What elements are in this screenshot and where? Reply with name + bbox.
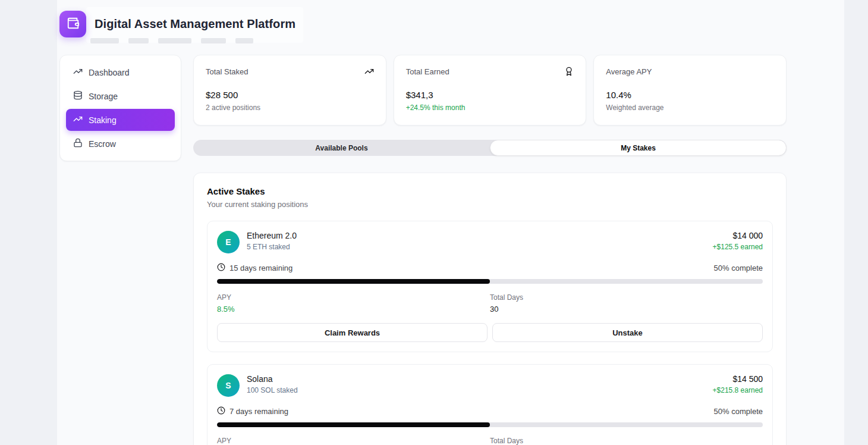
app-root: Digital Asset Management Platform Dashbo…	[0, 0, 868, 445]
main-layout: Dashboard Storage Staking Escrow	[0, 55, 868, 445]
sidebar-item-label: Staking	[89, 115, 117, 125]
total-days-label: Total Days	[490, 437, 763, 445]
stake-amount: 100 SOL staked	[247, 386, 298, 394]
days-remaining: 7 days remaining	[229, 407, 288, 416]
stat-value: 10.4%	[606, 90, 774, 100]
sidebar-item-label: Escrow	[89, 139, 116, 149]
stat-value: $28 500	[206, 90, 374, 100]
clock-icon	[217, 263, 225, 273]
sidebar-item-label: Dashboard	[89, 68, 130, 77]
clock-icon	[217, 406, 225, 416]
stat-card-total-staked: Total Staked $28 500 2 active positions	[193, 55, 386, 126]
database-icon	[73, 90, 83, 102]
stat-value: $341,3	[406, 90, 574, 100]
stat-subtext: 2 active positions	[206, 104, 374, 112]
lock-icon	[73, 138, 83, 149]
sidebar: Dashboard Storage Staking Escrow	[59, 55, 181, 161]
stake-earned: +$125.5 earned	[713, 243, 763, 251]
progress-bar-fill	[217, 422, 490, 427]
header-ghost-chips	[90, 38, 253, 43]
apy-label: APY	[217, 293, 490, 302]
stats-row: Total Staked $28 500 2 active positions …	[193, 55, 787, 126]
stat-subtext: +24.5% this month	[406, 104, 574, 112]
days-remaining: 15 days remaining	[229, 264, 293, 272]
active-stakes-subtitle: Your current staking positions	[207, 200, 773, 209]
tab-my-stakes[interactable]: My Stakes	[490, 140, 787, 156]
app-header: Digital Asset Management Platform	[0, 0, 868, 55]
apy-value: 8.5%	[217, 305, 490, 314]
progress-bar	[217, 279, 763, 284]
stake-item-solana: S Solana 100 SOL staked $14 500 +$215.8 …	[207, 364, 773, 445]
main-content: Total Staked $28 500 2 active positions …	[193, 55, 787, 445]
sidebar-item-staking[interactable]: Staking	[66, 109, 175, 131]
sidebar-item-escrow[interactable]: Escrow	[66, 133, 175, 155]
apy-label: APY	[217, 437, 490, 445]
sidebar-item-dashboard[interactable]: Dashboard	[66, 61, 175, 83]
stat-label: Total Earned	[406, 67, 449, 76]
stake-value: $14 500	[713, 374, 763, 384]
award-icon	[564, 67, 574, 76]
stat-card-total-earned: Total Earned $341,3 +24.5% this month	[394, 55, 587, 126]
active-stakes-title: Active Stakes	[207, 186, 773, 196]
stake-name: Solana	[247, 374, 298, 384]
total-days-value: 30	[490, 305, 763, 314]
trending-up-icon	[73, 67, 83, 78]
stake-earned: +$215.8 earned	[713, 386, 763, 394]
stat-label: Total Staked	[206, 67, 249, 76]
stake-name: Ethereum 2.0	[247, 231, 297, 240]
sidebar-item-label: Storage	[89, 92, 118, 101]
avatar: S	[217, 374, 240, 397]
stat-card-average-apy: Average APY 10.4% Weighted average	[593, 55, 787, 126]
apy-block: APY 8.5%	[217, 293, 490, 314]
sidebar-item-storage[interactable]: Storage	[66, 85, 175, 107]
progress-bar-fill	[217, 279, 490, 284]
unstake-button[interactable]: Unstake	[492, 323, 763, 342]
stat-subtext: Weighted average	[606, 104, 774, 112]
stake-value: $14 000	[713, 231, 763, 240]
stake-item-ethereum: E Ethereum 2.0 5 ETH staked $14 000 +$12…	[207, 221, 773, 352]
stakes-tab-bar: Available Pools My Stakes	[193, 140, 787, 156]
app-logo	[59, 11, 86, 37]
stat-label: Average APY	[606, 67, 652, 76]
percent-complete: 50% complete	[714, 407, 763, 416]
percent-complete: 50% complete	[714, 264, 763, 272]
trending-up-icon	[73, 114, 83, 126]
avatar: E	[217, 231, 240, 253]
apy-block: APY 12.3%	[217, 437, 490, 445]
claim-rewards-button[interactable]: Claim Rewards	[217, 323, 488, 342]
total-days-block: Total Days 14	[490, 437, 763, 445]
page-title: Digital Asset Management Platform	[95, 17, 295, 31]
total-days-block: Total Days 30	[490, 293, 763, 314]
wallet-icon	[67, 17, 80, 32]
tab-available-pools[interactable]: Available Pools	[193, 140, 490, 156]
total-days-label: Total Days	[490, 293, 763, 302]
active-stakes-card: Active Stakes Your current staking posit…	[193, 173, 787, 445]
trending-up-icon	[364, 67, 374, 76]
progress-bar	[217, 422, 763, 427]
stake-amount: 5 ETH staked	[247, 243, 297, 251]
